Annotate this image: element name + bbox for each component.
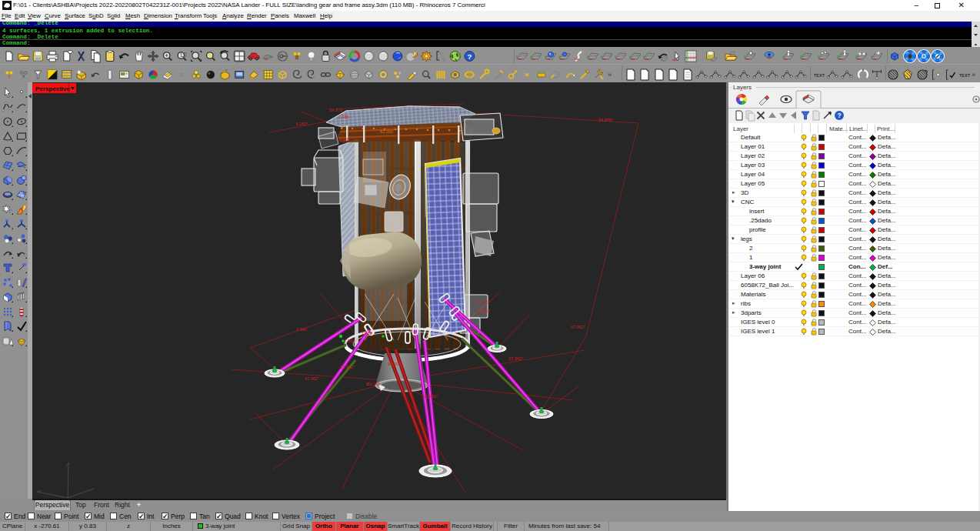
svg-text:?: ? [837, 112, 841, 119]
svg-text:62.000: 62.000 [380, 129, 393, 134]
svg-text:62.952°: 62.952° [423, 394, 438, 399]
svg-text:»: » [608, 71, 612, 78]
svg-text:TEXT: TEXT [814, 73, 825, 78]
svg-text:2.486: 2.486 [338, 115, 349, 119]
svg-text:?: ? [467, 52, 472, 61]
svg-text:3.160°: 3.160° [295, 122, 308, 126]
svg-text:10.000°: 10.000° [475, 300, 490, 305]
svg-text:0.500: 0.500 [338, 137, 349, 142]
svg-text:98.466°: 98.466° [388, 362, 402, 366]
svg-text:»: » [972, 71, 975, 78]
svg-text:54.875": 54.875" [329, 108, 344, 112]
svg-text:TEXT: TEXT [959, 73, 971, 78]
svg-text:67.952°: 67.952° [571, 325, 585, 329]
svg-text:1.960: 1.960 [296, 327, 307, 332]
svg-text:67.962°: 67.962° [508, 356, 523, 361]
svg-text:67.902°: 67.902° [340, 365, 355, 369]
svg-text:Ø2.149: Ø2.149 [366, 382, 380, 386]
svg-text:67.962°: 67.962° [305, 376, 319, 381]
svg-text:1.969: 1.969 [344, 339, 355, 343]
svg-text:54.875": 54.875" [598, 118, 613, 122]
svg-text:1.968: 1.968 [362, 331, 372, 336]
svg-text:Perspective: Perspective [35, 85, 70, 92]
svg-text:43.962: 43.962 [477, 309, 490, 313]
